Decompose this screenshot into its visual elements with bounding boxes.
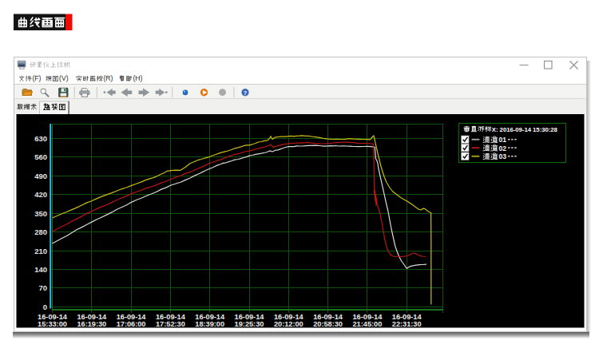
svg-text:(F): (F)	[32, 74, 41, 82]
svg-text:0: 0	[43, 303, 47, 311]
svg-text:16:19:30: 16:19:30	[77, 320, 106, 328]
svg-text:(V): (V)	[59, 74, 69, 82]
svg-text:210: 210	[34, 247, 47, 255]
svg-text:630: 630	[34, 134, 47, 143]
svg-text:140: 140	[34, 265, 47, 274]
svg-text:03: 03	[499, 152, 507, 160]
svg-text:490: 490	[34, 172, 47, 180]
svg-text:350: 350	[34, 209, 47, 218]
svg-text:17:52:30: 17:52:30	[156, 320, 185, 328]
svg-text:18:39:00: 18:39:00	[195, 320, 224, 328]
svg-text:17:06:00: 17:06:00	[117, 320, 146, 328]
svg-text:01: 01	[499, 136, 507, 144]
svg-text:20:12:00: 20:12:00	[274, 320, 303, 328]
svg-text:X: 2016-09-14 15:30:28: X: 2016-09-14 15:30:28	[492, 126, 558, 133]
svg-text:?: ?	[244, 89, 248, 97]
svg-text:21:45:00: 21:45:00	[353, 320, 383, 328]
svg-text:(H): (H)	[133, 74, 142, 82]
svg-text:02: 02	[499, 144, 507, 152]
svg-text:560: 560	[34, 152, 47, 161]
svg-text:280: 280	[34, 228, 47, 236]
svg-text:15:33:00: 15:33:00	[38, 320, 67, 328]
svg-text:(R): (R)	[103, 74, 113, 82]
svg-text:22:31:30: 22:31:30	[392, 320, 422, 328]
svg-text:19:25:30: 19:25:30	[235, 320, 264, 328]
svg-text:420: 420	[34, 190, 47, 199]
svg-text:20:58:30: 20:58:30	[313, 320, 343, 328]
svg-text:70: 70	[38, 283, 47, 292]
